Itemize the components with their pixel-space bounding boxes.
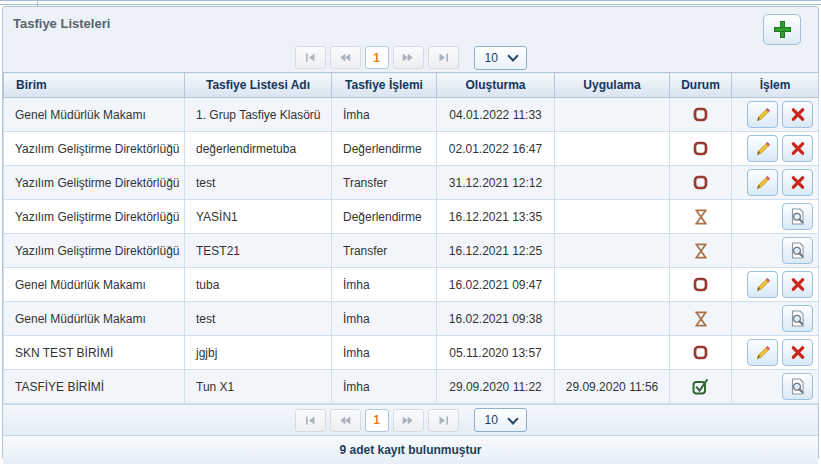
view-button[interactable] xyxy=(782,237,813,264)
cell-tasfiye-islemi: Değerlendirme xyxy=(332,200,437,234)
cell-durum xyxy=(670,166,732,200)
column-header-islem[interactable]: İşlem xyxy=(732,73,819,98)
cell-tasfiye-listesi-adi: değerlendirmetuba xyxy=(185,132,332,166)
next-page-icon xyxy=(402,416,414,425)
status-open-icon xyxy=(693,107,708,122)
cell-uygulama xyxy=(555,302,670,336)
cell-tasfiye-islemi: İmha xyxy=(332,98,437,132)
last-page-button[interactable] xyxy=(428,409,459,432)
cell-olusturma: 16.12.2021 12:25 xyxy=(437,234,555,268)
cell-islem xyxy=(732,302,819,336)
plus-icon xyxy=(774,21,791,38)
delete-button[interactable] xyxy=(782,135,813,162)
cell-tasfiye-listesi-adi: test xyxy=(185,302,332,336)
cell-durum xyxy=(670,234,732,268)
edit-button[interactable] xyxy=(747,271,778,298)
cell-durum xyxy=(670,268,732,302)
delete-x-icon xyxy=(790,141,806,156)
cell-islem xyxy=(732,166,819,200)
cell-islem xyxy=(732,200,819,234)
view-button[interactable] xyxy=(782,373,813,400)
pencil-icon xyxy=(754,344,772,362)
page-size-select[interactable]: 10 xyxy=(474,46,527,70)
chevron-down-icon xyxy=(507,50,518,61)
edit-button[interactable] xyxy=(747,101,778,128)
edit-button[interactable] xyxy=(747,135,778,162)
cell-uygulama xyxy=(555,98,670,132)
cell-olusturma: 04.01.2022 11:33 xyxy=(437,98,555,132)
previous-page-button[interactable] xyxy=(330,46,361,69)
record-count-bar: 9 adet kayıt bulunmuştur xyxy=(3,435,818,464)
paginator-top: 1 10 xyxy=(3,43,818,72)
column-header-uygulama[interactable]: Uygulama xyxy=(555,73,670,98)
previous-page-button[interactable] xyxy=(330,409,361,432)
paginator-bottom: 1 10 xyxy=(3,404,818,435)
cell-islem xyxy=(732,132,819,166)
cell-durum xyxy=(670,98,732,132)
preview-magnifier-icon xyxy=(788,207,807,226)
view-button[interactable] xyxy=(782,203,813,230)
first-page-icon xyxy=(305,53,316,62)
delete-button[interactable] xyxy=(782,101,813,128)
cell-tasfiye-listesi-adi: 1. Grup Tasfiye Klasörü xyxy=(185,98,332,132)
edit-button[interactable] xyxy=(747,169,778,196)
cell-uygulama xyxy=(555,234,670,268)
column-header-olusturma[interactable]: Oluşturma xyxy=(437,73,555,98)
cell-birim: Yazılım Geliştirme Direktörlüğü xyxy=(4,166,185,200)
cell-uygulama xyxy=(555,268,670,302)
delete-button[interactable] xyxy=(782,169,813,196)
next-page-button[interactable] xyxy=(393,409,424,432)
pencil-icon xyxy=(754,276,772,294)
preview-magnifier-icon xyxy=(788,241,807,260)
delete-button[interactable] xyxy=(782,271,813,298)
table-row: Yazılım Geliştirme DirektörlüğüYASİN1Değ… xyxy=(4,200,819,234)
table-row: TASFİYE BİRİMİTun X1İmha29.09.2020 11:22… xyxy=(4,370,819,404)
first-page-button[interactable] xyxy=(295,409,326,432)
cell-tasfiye-islemi: Değerlendirme xyxy=(332,132,437,166)
current-page-button[interactable]: 1 xyxy=(365,46,389,69)
column-header-tasfiye-listesi-adi[interactable]: Tasfiye Listesi Adı xyxy=(185,73,332,98)
table-row: Yazılım Geliştirme DirektörlüğüTEST21Tra… xyxy=(4,234,819,268)
cell-durum xyxy=(670,370,732,404)
cell-uygulama xyxy=(555,200,670,234)
cell-olusturma: 16.12.2021 13:35 xyxy=(437,200,555,234)
action-spacer xyxy=(745,321,778,322)
last-page-icon xyxy=(438,53,449,62)
preview-magnifier-icon xyxy=(788,309,807,328)
add-button[interactable] xyxy=(763,14,801,45)
first-page-button[interactable] xyxy=(295,46,326,69)
page-size-select[interactable]: 10 xyxy=(474,408,527,432)
cell-birim: TASFİYE BİRİMİ xyxy=(4,370,185,404)
first-page-icon xyxy=(305,416,316,425)
last-page-button[interactable] xyxy=(428,46,459,69)
cell-olusturma: 16.02.2021 09:47 xyxy=(437,268,555,302)
tasfiye-listeleri-panel: Tasfiye Listeleri 1 10 Birim Tasfiye Lis… xyxy=(2,6,819,460)
status-open-icon xyxy=(693,277,708,292)
table-header: Birim Tasfiye Listesi Adı Tasfiye İşlemi… xyxy=(4,73,819,98)
view-button[interactable] xyxy=(782,305,813,332)
delete-button[interactable] xyxy=(782,339,813,366)
cell-birim: Genel Müdürlük Makamı xyxy=(4,268,185,302)
page-title: Tasfiye Listeleri xyxy=(13,16,110,31)
status-pending-icon xyxy=(694,243,708,259)
chevron-down-icon xyxy=(507,413,518,424)
edit-button[interactable] xyxy=(747,339,778,366)
table-row: Genel Müdürlük Makamı1. Grup Tasfiye Kla… xyxy=(4,98,819,132)
column-header-durum[interactable]: Durum xyxy=(670,73,732,98)
cell-uygulama xyxy=(555,166,670,200)
next-page-button[interactable] xyxy=(393,46,424,69)
action-spacer xyxy=(745,253,778,254)
column-header-tasfiye-islemi[interactable]: Tasfiye İşlemi xyxy=(332,73,437,98)
table-body: Genel Müdürlük Makamı1. Grup Tasfiye Kla… xyxy=(4,98,819,404)
status-open-icon xyxy=(693,141,708,156)
column-header-birim[interactable]: Birim xyxy=(4,73,185,98)
cell-durum xyxy=(670,302,732,336)
cell-olusturma: 31.12.2021 12:12 xyxy=(437,166,555,200)
cell-tasfiye-islemi: İmha xyxy=(332,302,437,336)
status-pending-icon xyxy=(694,311,708,327)
status-completed-icon xyxy=(692,378,710,395)
delete-x-icon xyxy=(790,345,806,360)
current-page-button[interactable]: 1 xyxy=(365,409,389,432)
panel-header: Tasfiye Listeleri xyxy=(3,7,818,43)
next-page-icon xyxy=(402,53,414,62)
